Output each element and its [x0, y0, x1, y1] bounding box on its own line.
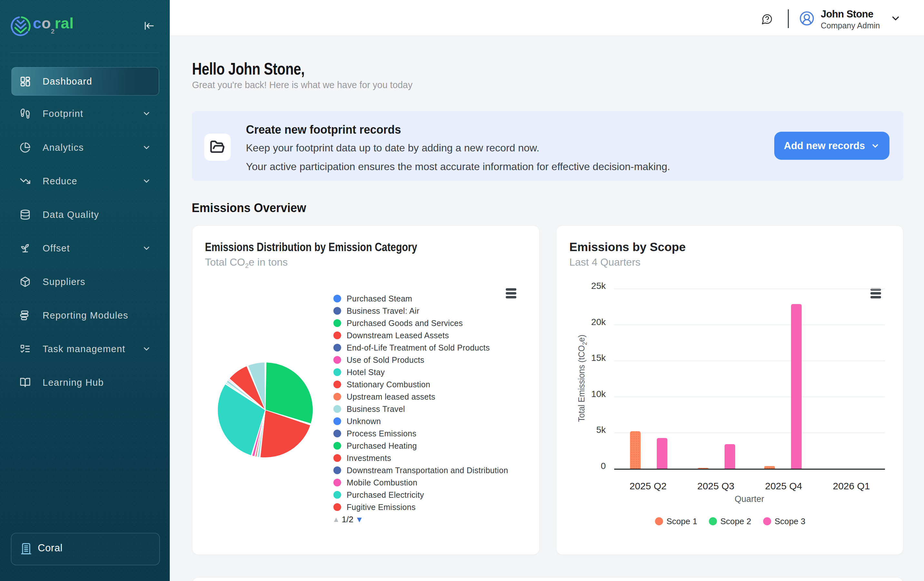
svg-text:Scope 3: Scope 3: [775, 517, 805, 526]
svg-text:15k: 15k: [591, 353, 606, 363]
svg-text:0: 0: [601, 461, 606, 471]
svg-text:2025 Q4: 2025 Q4: [765, 480, 802, 491]
svg-text:Quarter: Quarter: [734, 494, 764, 504]
svg-text:Total Emissions (tCO2e): Total Emissions (tCO2e): [576, 335, 588, 422]
svg-text:Scope 2: Scope 2: [720, 517, 751, 526]
svg-text:2026 Q1: 2026 Q1: [833, 480, 870, 491]
svg-text:10k: 10k: [591, 389, 606, 399]
svg-text:25k: 25k: [591, 281, 606, 291]
svg-text:Scope 1: Scope 1: [667, 517, 697, 526]
svg-text:5k: 5k: [596, 425, 606, 435]
svg-text:20k: 20k: [591, 317, 606, 327]
svg-text:2025 Q2: 2025 Q2: [629, 480, 667, 491]
svg-text:2025 Q3: 2025 Q3: [697, 480, 734, 491]
